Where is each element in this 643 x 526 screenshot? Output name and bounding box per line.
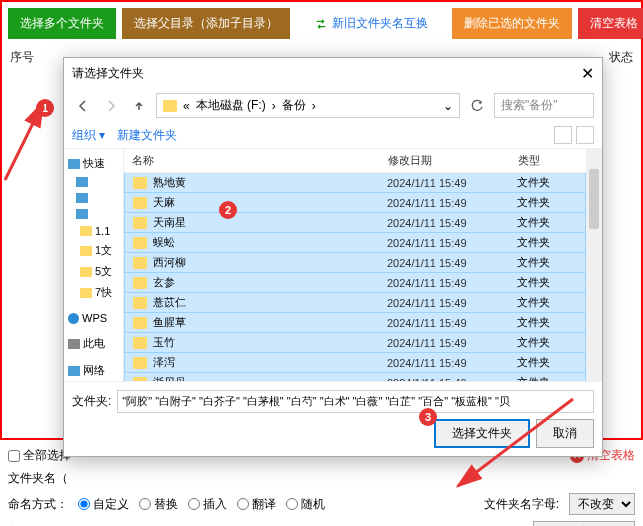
organize-menu[interactable]: 组织 ▾ (72, 127, 105, 144)
annotation-badge-3: 3 (419, 408, 437, 426)
col-type-header[interactable]: 类型 (518, 153, 578, 168)
dialog-toolbar: 组织 ▾ 新建文件夹 (64, 122, 602, 149)
file-row[interactable]: 玄参2024/1/11 15:49文件夹 (124, 273, 586, 293)
tree-network[interactable]: 网络 (66, 360, 121, 381)
nav-back-button[interactable] (72, 95, 94, 117)
folder-icon (133, 257, 147, 269)
folder-name-input[interactable]: "阿胶" "白附子" "白芥子" "白茅根" "白芍" "白术" "白薇" "白… (117, 390, 594, 413)
tree-wps[interactable]: WPS (66, 309, 121, 327)
insert-specific-select[interactable]: 插入特定标题 (533, 521, 635, 526)
tree-this-pc[interactable]: 此电 (66, 333, 121, 354)
dialog-nav: « 本地磁盘 (F:) › 备份 › ⌄ 搜索"备份" (64, 89, 602, 122)
radio-random[interactable]: 随机 (286, 496, 325, 513)
folder-field-label: 文件夹: (72, 393, 111, 410)
file-row[interactable]: 西河柳2024/1/11 15:49文件夹 (124, 253, 586, 273)
folder-icon (133, 237, 147, 249)
file-row[interactable]: 薏苡仁2024/1/11 15:49文件夹 (124, 293, 586, 313)
folder-icon (133, 277, 147, 289)
folder-icon (133, 217, 147, 229)
main-toolbar: 选择多个文件夹 选择父目录（添加子目录） 新旧文件夹名互换 删除已选的文件夹 清… (0, 0, 643, 45)
radio-insert[interactable]: 插入 (188, 496, 227, 513)
nav-up-button[interactable] (128, 95, 150, 117)
folder-icon (133, 297, 147, 309)
file-row[interactable]: 浙贝母2024/1/11 15:49文件夹 (124, 373, 586, 381)
select-folder-button[interactable]: 选择文件夹 (434, 419, 530, 448)
folder-icon (133, 177, 147, 189)
filename-label: 文件夹名（ (8, 470, 68, 487)
radio-translate[interactable]: 翻译 (237, 496, 276, 513)
cancel-button[interactable]: 取消 (536, 419, 594, 448)
file-row[interactable]: 天麻2024/1/11 15:49文件夹 (124, 193, 586, 213)
dialog-title-text: 请选择文件夹 (72, 65, 144, 82)
file-list: 名称 修改日期 类型 熟地黄2024/1/11 15:49文件夹天麻2024/1… (124, 149, 586, 381)
folder-icon (133, 317, 147, 329)
col-name-header[interactable]: 名称 (132, 153, 388, 168)
suffix-label: 文件夹名字母: (484, 496, 559, 513)
vertical-scrollbar[interactable] (586, 149, 602, 381)
list-header: 名称 修改日期 类型 (124, 149, 586, 173)
folder-icon (133, 197, 147, 209)
select-parent-dir-button[interactable]: 选择父目录（添加子目录） (122, 8, 290, 39)
file-row[interactable]: 天南星2024/1/11 15:49文件夹 (124, 213, 586, 233)
file-row[interactable]: 泽泻2024/1/11 15:49文件夹 (124, 353, 586, 373)
col-status: 状态 (609, 49, 633, 66)
delete-selected-button[interactable]: 删除已选的文件夹 (452, 8, 572, 39)
file-row[interactable]: 鱼腥草2024/1/11 15:49文件夹 (124, 313, 586, 333)
annotation-badge-2: 2 (219, 201, 237, 219)
tree-pinned[interactable] (66, 174, 121, 190)
folder-picker-dialog: 请选择文件夹 ✕ « 本地磁盘 (F:) › 备份 › ⌄ 搜索"备份" 组织 … (63, 57, 603, 457)
file-row[interactable]: 玉竹2024/1/11 15:49文件夹 (124, 333, 586, 353)
swap-names-button[interactable]: 新旧文件夹名互换 (302, 8, 440, 39)
help-button[interactable] (576, 126, 594, 144)
search-input[interactable]: 搜索"备份" (494, 93, 594, 118)
tree-folder[interactable]: 1.1 (66, 222, 121, 240)
tree-folder[interactable]: 5文 (66, 261, 121, 282)
tree-pinned[interactable] (66, 206, 121, 222)
col-date-header[interactable]: 修改日期 (388, 153, 518, 168)
folder-icon (133, 337, 147, 349)
folder-icon (133, 357, 147, 369)
file-row[interactable]: 蜈蚣2024/1/11 15:49文件夹 (124, 233, 586, 253)
dialog-footer: 文件夹: "阿胶" "白附子" "白芥子" "白茅根" "白芍" "白术" "白… (64, 381, 602, 456)
file-row[interactable]: 熟地黄2024/1/11 15:49文件夹 (124, 173, 586, 193)
col-index: 序号 (10, 49, 34, 66)
select-multi-folders-button[interactable]: 选择多个文件夹 (8, 8, 116, 39)
nav-tree: 快速 1.1 1文 5文 7快 WPS 此电 网络 (64, 149, 124, 381)
tree-folder[interactable]: 7快 (66, 282, 121, 303)
suffix-select[interactable]: 不改变 (569, 493, 635, 515)
view-mode-button[interactable] (554, 126, 572, 144)
naming-label: 命名方式： (8, 496, 68, 513)
nav-forward-button[interactable] (100, 95, 122, 117)
clear-table-button[interactable]: 清空表格 (578, 8, 643, 39)
folder-icon (163, 100, 177, 112)
tree-quick-access[interactable]: 快速 (66, 153, 121, 174)
close-icon[interactable]: ✕ (581, 64, 594, 83)
tree-folder[interactable]: 1文 (66, 240, 121, 261)
breadcrumb[interactable]: « 本地磁盘 (F:) › 备份 › ⌄ (156, 93, 460, 118)
select-all-checkbox[interactable]: 全部选择 (8, 447, 71, 464)
tree-pinned[interactable] (66, 190, 121, 206)
swap-icon (314, 17, 328, 31)
radio-custom[interactable]: 自定义 (78, 496, 129, 513)
refresh-button[interactable] (466, 95, 488, 117)
dialog-titlebar: 请选择文件夹 ✕ (64, 58, 602, 89)
new-folder-button[interactable]: 新建文件夹 (117, 127, 177, 144)
annotation-badge-1: 1 (36, 99, 54, 117)
radio-replace[interactable]: 替换 (139, 496, 178, 513)
